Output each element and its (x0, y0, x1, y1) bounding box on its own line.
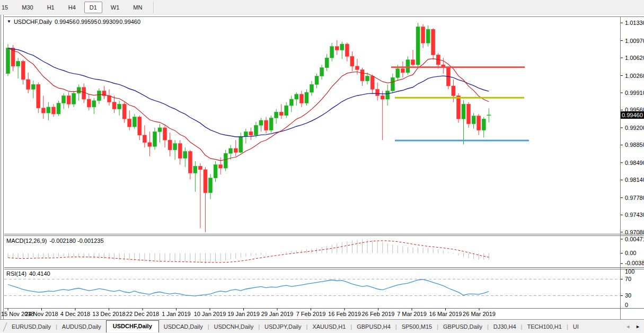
candlestick-chart-canvas[interactable]: 1.013301.009701.006201.002600.999100.995… (0, 0, 644, 333)
tab-DJ30-H4[interactable]: DJ30,H4 (489, 321, 521, 332)
svg-text:0.99200: 0.99200 (625, 125, 644, 131)
chart-tabs-bar: EURUSD,Daily|AUDUSD,DailyUSDCHF,DailyUSD… (0, 320, 644, 333)
tab-TECH100-H1[interactable]: TECH100,H1 (522, 321, 566, 332)
tab-scroll-right-icon[interactable]: ► (636, 324, 640, 329)
chart-symbol-label: USDCHF,Daily (14, 19, 52, 25)
timeframe-toolbar: 15M30H1H4D1W1MN (0, 0, 644, 15)
svg-text:1.00620: 1.00620 (625, 55, 644, 61)
timeframe-button-M30[interactable]: M30 (16, 2, 38, 13)
svg-text:0.97780: 0.97780 (625, 195, 644, 201)
svg-text:16 Mar 2019: 16 Mar 2019 (429, 311, 462, 317)
current-price-tag: 0.99460 (621, 111, 644, 119)
tab-AUDUSD-Daily[interactable]: AUDUSD,Daily (57, 321, 106, 332)
mt4-window: 15M30H1H4D1W1MN 1.013301.009701.006201.0… (0, 0, 644, 333)
timeframe-button-H4[interactable]: H4 (63, 2, 81, 13)
tab-scroll-left-icon[interactable]: ◄ (625, 324, 630, 329)
tab-USDCHF-Daily[interactable]: USDCHF,Daily (106, 320, 159, 332)
svg-text:0.98490: 0.98490 (625, 160, 644, 166)
svg-text:4 Dec 2018: 4 Dec 2018 (60, 311, 90, 317)
macd-values: -0.002180 -0.001235 (49, 238, 103, 244)
ohlc-low: 0.99309 (98, 19, 119, 25)
chart-dropdown-icon[interactable]: ▼ (7, 20, 11, 24)
tab-USDJPY-Daily[interactable]: USDJPY,Daily (260, 321, 306, 332)
svg-text:19 Jan 2019: 19 Jan 2019 (227, 311, 260, 317)
rsi-label: RSI(14) 40.4140 (6, 270, 50, 277)
candles-layer (6, 23, 491, 232)
svg-text:1.00970: 1.00970 (625, 38, 644, 44)
svg-text:1.01330: 1.01330 (625, 20, 644, 26)
macd-name: MACD(12,26,9) (6, 238, 47, 244)
timeframe-button-W1[interactable]: W1 (105, 2, 125, 13)
rsi-layer: 10070300 (4, 268, 634, 308)
tab-XAUUSD-H1[interactable]: XAUUSD,H1 (307, 321, 350, 332)
svg-text:10 Jan 2019: 10 Jan 2019 (194, 311, 226, 317)
tab-USDCAD-Daily[interactable]: USDCAD,Daily (159, 321, 208, 332)
tab-GBPUSD-H4[interactable]: GBPUSD,H4 (352, 321, 395, 332)
moving-averages (8, 48, 489, 161)
chart-title: ▼ USDCHF,Daily 0.99456 0.99595 0.99309 0… (7, 19, 140, 25)
tab-UI[interactable]: UI (568, 321, 584, 332)
rsi-name: RSI(14) (6, 270, 27, 277)
date-axis: 15 Nov 201824 Nov 20184 Dec 201813 Dec 2… (1, 309, 496, 318)
ohlc-high: 0.99595 (76, 19, 98, 25)
tab-stub (0, 322, 7, 331)
svg-text:30: 30 (625, 292, 631, 299)
tab-USDCNH-Daily[interactable]: USDCNH,Daily (209, 321, 259, 332)
svg-text:0.97080: 0.97080 (625, 229, 644, 235)
svg-text:26 Mar 2019: 26 Mar 2019 (463, 311, 496, 317)
svg-text:7 Feb 2019: 7 Feb 2019 (296, 311, 326, 317)
svg-text:29 Jan 2019: 29 Jan 2019 (261, 311, 294, 317)
svg-text:0.00: 0.00 (625, 250, 636, 256)
svg-text:0.98140: 0.98140 (625, 177, 644, 183)
svg-text:24 Nov 2018: 24 Nov 2018 (25, 311, 58, 317)
svg-text:0.98850: 0.98850 (625, 142, 644, 148)
svg-text:70: 70 (625, 276, 631, 282)
tab-EURUSD-Daily[interactable]: EURUSD,Daily (7, 321, 56, 332)
tab-GBPUSD-Daily[interactable]: GBPUSD,Daily (438, 321, 487, 332)
timeframe-button-H1[interactable]: H1 (42, 2, 60, 13)
timeframe-button-D1[interactable]: D1 (84, 2, 102, 13)
ohlc-close: 0.99460 (119, 19, 140, 25)
svg-text:16 Feb 2019: 16 Feb 2019 (328, 311, 361, 317)
macd-label: MACD(12,26,9) -0.002180 -0.001235 (6, 238, 104, 244)
timeframe-button-15[interactable]: 15 (0, 2, 13, 13)
ohlc-open: 0.99456 (55, 19, 76, 25)
svg-text:1 Jan 2019: 1 Jan 2019 (162, 311, 190, 317)
svg-text:100: 100 (625, 268, 634, 275)
svg-text:22 Dec 2018: 22 Dec 2018 (126, 311, 159, 317)
tab-SP500-M15[interactable]: SP500,M15 (397, 321, 437, 332)
svg-text:13 Dec 2018: 13 Dec 2018 (92, 311, 125, 317)
price-axis: 1.013301.009701.006201.002600.999100.995… (621, 20, 644, 235)
svg-text:1.00260: 1.00260 (625, 73, 644, 79)
svg-text:0.004718: 0.004718 (625, 236, 644, 242)
svg-text:7 Mar 2019: 7 Mar 2019 (397, 311, 427, 317)
svg-text:-0.003893: -0.003893 (625, 260, 644, 266)
svg-text:0.97430: 0.97430 (625, 212, 644, 218)
svg-text:0.99910: 0.99910 (625, 90, 644, 96)
panel-borders (0, 15, 644, 320)
toolbar-separator (153, 2, 154, 13)
svg-text:26 Feb 2019: 26 Feb 2019 (362, 311, 395, 317)
timeframe-button-MN[interactable]: MN (128, 2, 147, 13)
svg-text:0: 0 (625, 302, 628, 308)
rsi-value: 40.4140 (29, 270, 50, 277)
